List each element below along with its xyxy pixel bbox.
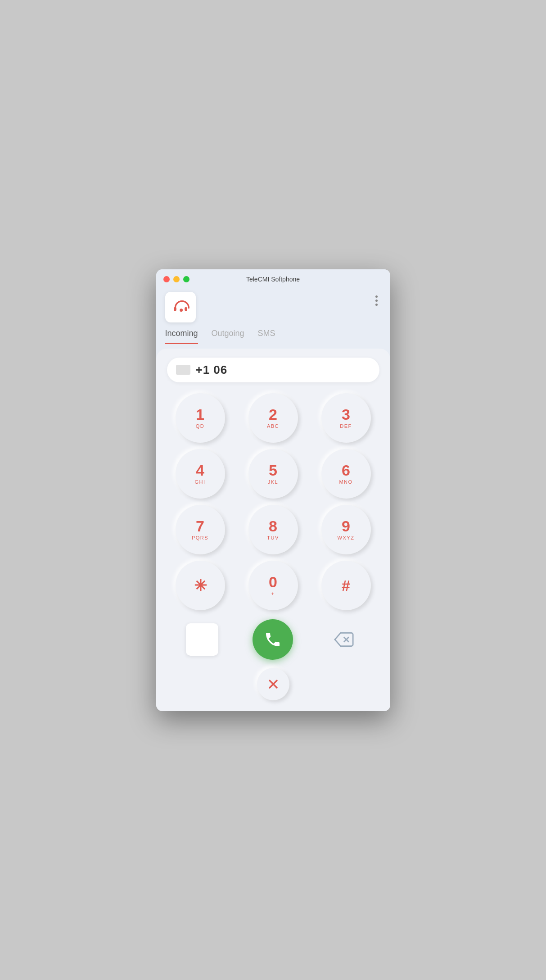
dial-button-7[interactable]: 7 PQRS	[176, 505, 225, 554]
tab-bar: Incoming Outgoing SMS	[156, 322, 390, 344]
header	[156, 287, 390, 322]
dial-button-0[interactable]: 0 +	[248, 561, 298, 610]
menu-button[interactable]	[372, 292, 381, 309]
dial-button-8[interactable]: 8 TUV	[248, 505, 298, 554]
dial-num-star: ✳	[194, 578, 207, 593]
contact-button[interactable]	[186, 623, 218, 656]
dial-num-5: 5	[269, 463, 277, 478]
cancel-icon	[266, 677, 280, 691]
title-bar: TeleCMI Softphone	[156, 269, 390, 287]
svg-point-2	[180, 309, 183, 312]
tab-sms[interactable]: SMS	[258, 329, 275, 344]
dial-button-1[interactable]: 1 QD	[176, 393, 225, 443]
number-display: +1 06	[167, 358, 379, 382]
cancel-row	[167, 668, 379, 700]
dial-num-6: 6	[342, 463, 350, 478]
dial-sub-6: MNO	[339, 479, 352, 485]
dial-num-0: 0	[269, 574, 277, 590]
backspace-button[interactable]	[328, 629, 360, 650]
dial-button-3[interactable]: 3 DEF	[321, 393, 371, 443]
menu-dot-1	[375, 295, 378, 298]
close-button[interactable]	[163, 276, 170, 282]
dial-sub-9: WXYZ	[338, 535, 355, 540]
action-row	[167, 619, 379, 660]
dial-num-3: 3	[342, 407, 350, 422]
window-title: TeleCMI Softphone	[246, 276, 300, 283]
dial-sub-0: +	[271, 591, 275, 596]
phone-call-icon	[264, 631, 282, 649]
dial-button-6[interactable]: 6 MNO	[321, 449, 371, 499]
maximize-button[interactable]	[183, 276, 190, 282]
dial-num-4: 4	[196, 463, 204, 478]
backspace-icon	[334, 630, 354, 649]
dial-button-5[interactable]: 5 JKL	[248, 449, 298, 499]
dial-num-8: 8	[269, 518, 277, 534]
dial-num-1: 1	[196, 407, 204, 422]
dial-sub-8: TUV	[267, 535, 279, 540]
app-window: TeleCMI Softphone Incoming Outgoing	[156, 269, 390, 711]
call-button[interactable]	[253, 619, 293, 660]
dial-button-4[interactable]: 4 GHI	[176, 449, 225, 499]
dial-num-2: 2	[269, 407, 277, 422]
dial-sub-7: PQRS	[192, 535, 208, 540]
cancel-button[interactable]	[257, 668, 289, 700]
dial-button-star[interactable]: ✳	[176, 561, 225, 610]
menu-dot-3	[375, 304, 378, 306]
tab-incoming[interactable]: Incoming	[165, 329, 198, 344]
svg-rect-0	[174, 307, 176, 311]
dialpad-grid: 1 QD 2 ABC 3 DEF 4 GHI 5 JKL 6 MNO	[167, 393, 379, 610]
dial-button-9[interactable]: 9 WXYZ	[321, 505, 371, 554]
minimize-button[interactable]	[173, 276, 180, 282]
logo-box	[165, 292, 196, 322]
dial-sub-4: GHI	[194, 479, 205, 485]
dial-sub-3: DEF	[340, 423, 352, 429]
tab-outgoing[interactable]: Outgoing	[212, 329, 244, 344]
dial-num-hash: #	[342, 578, 350, 593]
dialpad-area: +1 06 1 QD 2 ABC 3 DEF 4 GHI 5 JKL	[156, 349, 390, 711]
dial-num-9: 9	[342, 518, 350, 534]
dial-sub-5: JKL	[268, 479, 278, 485]
dial-button-2[interactable]: 2 ABC	[248, 393, 298, 443]
app-logo-icon	[171, 298, 190, 316]
dial-num-7: 7	[196, 518, 204, 534]
flag-icon	[176, 365, 190, 375]
menu-dot-2	[375, 299, 378, 302]
dialed-number: +1 06	[196, 363, 228, 377]
dial-sub-2: ABC	[267, 423, 279, 429]
dial-sub-1: QD	[196, 423, 205, 429]
dial-button-hash[interactable]: #	[321, 561, 371, 610]
svg-rect-1	[185, 307, 187, 311]
traffic-lights	[163, 276, 190, 282]
